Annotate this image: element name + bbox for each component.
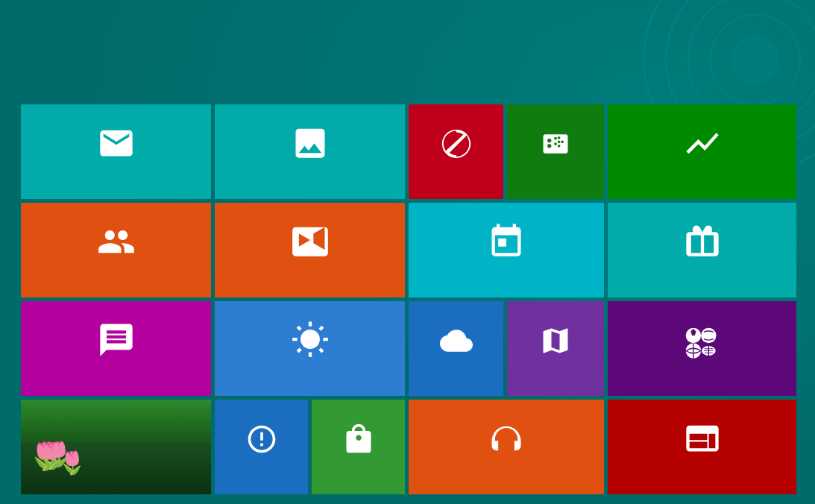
svg-point-8	[701, 327, 716, 342]
weather-icon	[291, 321, 330, 368]
tile-finance[interactable]	[608, 104, 796, 199]
ie-icon	[245, 423, 278, 464]
photos-icon	[291, 124, 330, 171]
row4-wrapper	[215, 400, 405, 494]
skydrive-icon	[440, 324, 473, 365]
tile-store[interactable]	[312, 400, 405, 494]
tile-ie[interactable]	[215, 400, 308, 494]
svg-point-4	[733, 37, 778, 82]
tile-travel[interactable]	[608, 203, 796, 297]
music-icon	[487, 421, 526, 468]
news-icon	[683, 419, 722, 466]
svg-point-3	[711, 15, 800, 104]
tile-desktop[interactable]: 🌷 🌷 🌷 🌷	[21, 400, 211, 494]
tile-calendar[interactable]	[409, 203, 604, 297]
tile-xbox[interactable]	[507, 104, 604, 199]
xbox-icon	[539, 127, 572, 168]
tile-lifehacker[interactable]	[409, 104, 503, 199]
tile-mail[interactable]	[21, 104, 211, 199]
video-icon	[291, 222, 330, 269]
tile-messaging[interactable]	[21, 301, 211, 396]
tile-maps[interactable]	[507, 301, 604, 396]
mail-icon	[97, 124, 136, 171]
sports-icon	[683, 323, 722, 370]
calendar-icon	[487, 222, 526, 269]
tile-weather[interactable]	[215, 301, 405, 396]
finance-icon	[683, 124, 722, 171]
ie-icon-lifehacker	[439, 126, 473, 168]
tile-music[interactable]	[409, 400, 604, 494]
messaging-icon	[97, 321, 136, 368]
travel-icon	[683, 222, 722, 269]
store-icon	[342, 423, 375, 464]
tile-desktop-label	[21, 479, 211, 494]
tile-sports[interactable]	[608, 301, 796, 396]
tile-people[interactable]	[21, 203, 211, 297]
people-icon	[97, 222, 136, 269]
tile-photos[interactable]	[215, 104, 405, 199]
tile-news[interactable]	[608, 400, 796, 494]
tile-skydrive[interactable]	[409, 301, 503, 396]
tiles-grid: 🌷 🌷 🌷 🌷	[21, 104, 796, 494]
tile-video[interactable]	[215, 203, 405, 297]
maps-icon	[539, 324, 572, 365]
